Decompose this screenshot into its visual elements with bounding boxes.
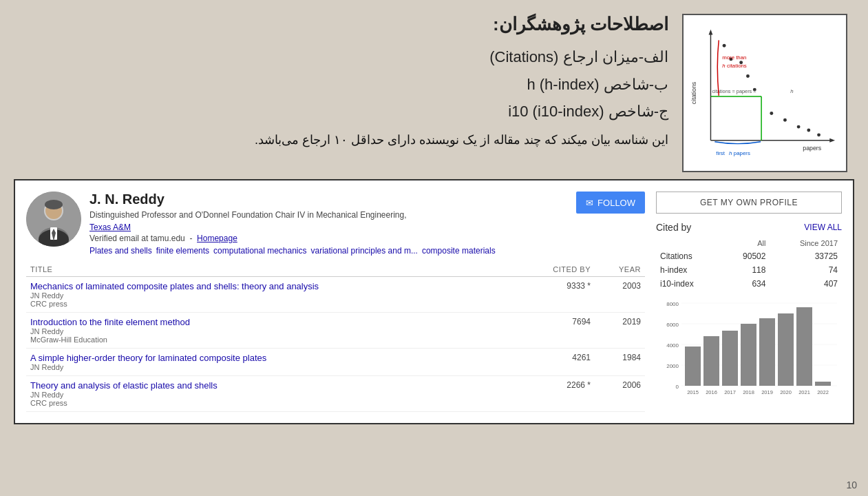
slide-number: 10: [846, 479, 857, 490]
svg-text:h: h: [790, 88, 793, 94]
stat-label-1: h-index: [656, 263, 721, 277]
bar-5: [778, 313, 794, 386]
profile-tag-1[interactable]: finite elements: [156, 246, 209, 256]
svg-text:h: h: [729, 150, 732, 156]
bar-label-4: 2019: [761, 389, 773, 394]
stat-since-0: 33725: [770, 249, 842, 263]
profile-header: J. N. Reddy Distinguished Professor and …: [26, 192, 645, 256]
table-row: Theory and analysis of elastic plates an…: [26, 376, 645, 412]
stat-since-2: 407: [770, 277, 842, 291]
homepage-link[interactable]: Homepage: [197, 234, 237, 243]
pub-year-3: 2006: [595, 376, 645, 412]
bar-2: [722, 331, 738, 386]
table-row: Mechanics of laminated composite plates …: [26, 277, 645, 313]
follow-icon: ✉: [586, 198, 593, 208]
pub-year-0: 2003: [595, 277, 645, 313]
bar-4: [759, 318, 775, 386]
bar-7: [815, 382, 831, 386]
pub-cited-0: 9333 *: [518, 277, 595, 313]
col-title: TITLE: [26, 262, 518, 277]
follow-button[interactable]: ✉ FOLLOW: [576, 192, 645, 214]
cited-by-header: Cited by VIEW ALL: [656, 222, 842, 233]
stats-row-1: h-index11874: [656, 263, 842, 277]
table-row: Introduction to the finite element metho…: [26, 313, 645, 349]
profile-tags: Plates and shellsfinite elementscomputat…: [89, 246, 568, 256]
stats-col-label: [656, 237, 721, 249]
follow-label: FOLLOW: [597, 198, 635, 208]
col-year: YEAR: [595, 262, 645, 277]
bar-label-7: 2022: [817, 389, 829, 394]
svg-text:papers: papers: [803, 145, 822, 152]
svg-marker-2: [709, 30, 713, 35]
profile-name: J. N. Reddy: [89, 192, 568, 207]
svg-text:6000: 6000: [666, 322, 679, 328]
svg-text:citations: citations: [727, 63, 747, 69]
affiliation-link[interactable]: Texas A&M: [89, 223, 131, 232]
profile-tag-2[interactable]: computational mechanics: [213, 246, 306, 256]
svg-text:more than: more than: [722, 54, 746, 61]
svg-point-15: [817, 133, 821, 136]
persian-title: اصطلاحات پژوهشگران:: [21, 14, 668, 35]
pub-meta-0: JN ReddyCRC press: [30, 291, 514, 308]
stats-row-2: i10-index634407: [656, 277, 842, 291]
pub-title-1[interactable]: Introduction to the finite element metho…: [30, 317, 190, 327]
pub-meta-3: JN ReddyCRC press: [30, 391, 514, 407]
bar-label-3: 2018: [743, 389, 754, 394]
svg-text:2000: 2000: [666, 363, 679, 369]
svg-point-9: [746, 74, 750, 78]
pub-cited-2: 4261: [518, 349, 595, 376]
avatar: [26, 192, 81, 247]
stat-all-1: 118: [721, 263, 770, 277]
persian-text-block: اصطلاحات پژوهشگران: الف-میزان ارجاع (Cit…: [21, 14, 668, 147]
bar-label-0: 2015: [687, 389, 699, 394]
view-all-link[interactable]: VIEW ALL: [804, 223, 842, 232]
bar-3: [741, 324, 756, 386]
stats-col-since: Since 2017: [770, 237, 842, 249]
bar-6: [796, 307, 812, 386]
profile-tag-3[interactable]: variational principles and m...: [311, 246, 418, 256]
bar-label-6: 2021: [798, 389, 810, 394]
stats-table: All Since 2017 Citations9050233725h-inde…: [656, 237, 842, 291]
pub-title-2[interactable]: A simple higher-order theory for laminat…: [30, 353, 266, 363]
stat-label-0: Citations: [656, 249, 721, 263]
svg-text:first: first: [716, 150, 725, 156]
persian-item-alef: الف-میزان ارجاع (Citations): [21, 43, 668, 71]
profile-title: Distinguished Professor and O'Donnel Fou…: [89, 210, 568, 220]
stats-row-0: Citations9050233725: [656, 249, 842, 263]
svg-point-30: [45, 200, 63, 209]
profile-affiliation: Texas A&M: [89, 223, 568, 232]
svg-text:h: h: [722, 63, 725, 69]
stat-since-1: 74: [770, 263, 842, 277]
svg-point-11: [770, 112, 773, 115]
pub-title-3[interactable]: Theory and analysis of elastic plates an…: [30, 380, 218, 391]
pub-meta-1: JN ReddyMcGraw-Hill Education: [30, 327, 514, 344]
svg-point-12: [783, 118, 787, 122]
stat-all-0: 90502: [721, 249, 770, 263]
svg-marker-3: [829, 138, 835, 143]
svg-text:citations: citations: [690, 81, 697, 104]
pub-title-0[interactable]: Mechanics of laminated composite plates …: [30, 281, 319, 291]
stat-all-2: 634: [721, 277, 770, 291]
svg-point-6: [723, 44, 726, 48]
table-row: A simple higher-order theory for laminat…: [26, 349, 645, 376]
stats-col-all: All: [721, 237, 770, 249]
stat-label-2: i10-index: [656, 277, 721, 291]
persian-desc: این شناسه بیان میکند که چند مقاله از یک …: [21, 132, 668, 147]
pub-year-2: 1984: [595, 349, 645, 376]
profile-email: Verified email at tamu.edu - Homepage: [89, 234, 568, 243]
bar-label-5: 2020: [780, 389, 792, 394]
persian-item-b: ب-شاخص h (h-index): [21, 71, 668, 99]
profile-tag-0[interactable]: Plates and shells: [89, 246, 152, 256]
svg-text:4000: 4000: [666, 342, 679, 349]
cited-by-label: Cited by: [656, 222, 691, 233]
svg-point-13: [797, 125, 801, 129]
right-panel: GET MY OWN PROFILE Cited by VIEW ALL All…: [656, 192, 842, 412]
get-profile-button[interactable]: GET MY OWN PROFILE: [656, 192, 842, 214]
bar-label-1: 2016: [706, 389, 717, 394]
pub-year-1: 2019: [595, 313, 645, 349]
pub-cited-1: 7694: [518, 313, 595, 349]
publications-table: TITLE CITED BY YEAR Mechanics of laminat…: [26, 262, 645, 412]
pub-meta-2: JN Reddy: [30, 363, 514, 371]
profile-tag-4[interactable]: composite materials: [422, 246, 496, 256]
col-cited: CITED BY: [518, 262, 595, 277]
